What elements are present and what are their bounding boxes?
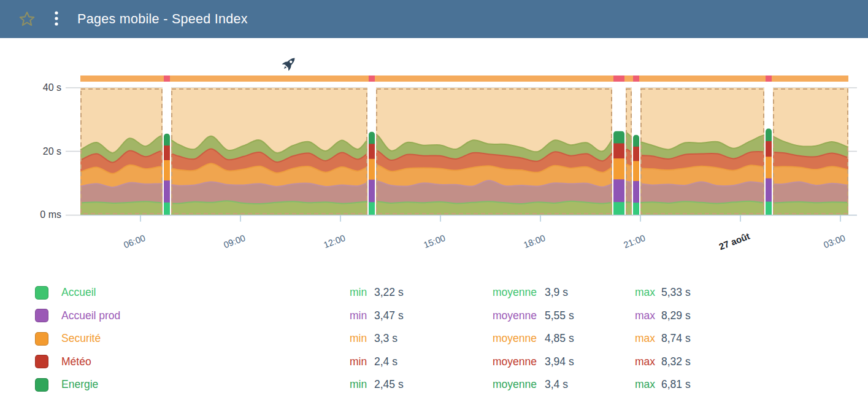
max-value: 8,29 s: [661, 309, 868, 322]
x-tick-label: 27 août: [717, 231, 751, 252]
incident-segment[interactable]: [766, 76, 772, 82]
menu-kebab-button[interactable]: [50, 10, 63, 28]
legend-swatch[interactable]: [35, 286, 48, 300]
legend-series-label[interactable]: Securité: [48, 332, 350, 345]
x-tick-label: 03:00: [822, 233, 847, 250]
stripe-segment-Accueil prod: [164, 180, 170, 203]
legend-series-label[interactable]: Energie: [48, 378, 350, 391]
min-value: 2,4 s: [374, 355, 493, 368]
legend-row-1: Accueilmin3,22 smoyenne3,9 smax5,33 s: [35, 281, 868, 304]
avg-value: 3,9 s: [545, 286, 635, 299]
max-label: max: [635, 309, 661, 322]
speed-index-chart: 40 s20 s0 ms06:0009:0012:0015:0018:0021:…: [0, 38, 868, 281]
x-tick-label: 21:00: [622, 233, 647, 250]
avg-label: moyenne: [493, 286, 545, 299]
min-label: min: [350, 286, 374, 299]
panel-header: Pages mobile - Speed Index: [0, 0, 868, 38]
y-tick-label: 20 s: [43, 146, 61, 157]
status-timeline: [80, 76, 848, 82]
chart-area: 40 s20 s0 ms06:0009:0012:0015:0018:0021:…: [0, 38, 868, 281]
legend-row-4: Météomin2,4 smoyenne3,94 smax8,32 s: [35, 351, 868, 374]
max-value: 6,81 s: [661, 378, 868, 391]
avg-value: 4,85 s: [545, 332, 635, 345]
stripe-segment-Accueil: [369, 201, 375, 215]
legend-swatch[interactable]: [35, 332, 48, 346]
incident-stripe: [613, 131, 624, 215]
legend-row-5: Energiemin2,45 smoyenne3,4 smax6,81 s: [35, 373, 868, 397]
stripe-segment-Météo: [613, 143, 624, 159]
incident-segment[interactable]: [613, 76, 624, 82]
min-value: 3,22 s: [374, 286, 493, 299]
max-label: max: [635, 286, 661, 299]
stripe-segment-Accueil prod: [613, 179, 624, 202]
stripe-segment-Securité: [633, 160, 639, 181]
stripe-segment-Météo: [633, 146, 639, 161]
stripe-segment-Accueil: [633, 202, 639, 215]
min-value: 3,3 s: [374, 332, 493, 345]
avg-value: 3,94 s: [545, 355, 635, 368]
x-tick-label: 09:00: [222, 233, 247, 250]
max-label: max: [635, 355, 661, 368]
stripe-segment-Energie: [369, 131, 375, 144]
stripe-segment-Energie: [164, 134, 170, 146]
legend-row-3: Securitémin3,3 smoyenne4,85 smax8,74 s: [35, 327, 868, 351]
stripe-segment-Météo: [766, 141, 772, 157]
stripe-segment-Securité: [766, 156, 772, 178]
x-tick-label: 12:00: [322, 233, 347, 250]
min-value: 2,45 s: [374, 378, 493, 391]
legend-series-label[interactable]: Accueil: [48, 286, 350, 299]
page-title: Pages mobile - Speed Index: [77, 12, 248, 27]
avg-label: moyenne: [493, 309, 545, 322]
x-tick-label: 15:00: [422, 233, 447, 250]
stripe-segment-Accueil: [613, 201, 624, 215]
legend-swatch[interactable]: [35, 355, 48, 368]
stripe-segment-Accueil prod: [766, 177, 772, 201]
min-label: min: [350, 332, 374, 345]
legend-series-label[interactable]: Météo: [48, 355, 350, 368]
legend-row-2: Accueil prodmin3,47 smoyenne5,55 smax8,2…: [35, 304, 868, 328]
stripe-segment-Securité: [369, 158, 375, 180]
max-label: max: [635, 378, 661, 391]
favorite-star-button[interactable]: [18, 10, 36, 28]
incident-segment[interactable]: [633, 76, 639, 82]
min-label: min: [350, 309, 374, 322]
stripe-segment-Accueil prod: [633, 180, 639, 203]
max-value: 8,32 s: [661, 355, 868, 368]
avg-value: 3,4 s: [545, 378, 635, 391]
max-value: 8,74 s: [661, 332, 868, 345]
incident-stripe: [164, 134, 170, 215]
stripe-segment-Météo: [164, 145, 170, 160]
x-tick-label: 18:00: [522, 233, 547, 250]
legend-swatch[interactable]: [35, 378, 48, 392]
legend-series-label[interactable]: Accueil prod: [48, 309, 350, 322]
max-label: max: [635, 332, 661, 345]
stripe-segment-Securité: [613, 158, 624, 179]
min-label: min: [350, 355, 374, 368]
avg-label: moyenne: [493, 332, 545, 345]
stripe-segment-Energie: [766, 128, 772, 141]
stripe-segment-Accueil: [164, 202, 170, 215]
incident-stripe: [369, 131, 375, 215]
stripe-segment-Energie: [633, 135, 639, 147]
stripe-segment-Accueil: [766, 201, 772, 215]
rocket-icon: [281, 55, 298, 72]
y-tick-label: 0 ms: [40, 209, 61, 220]
kebab-vertical-icon: [54, 10, 59, 28]
stripe-segment-Accueil prod: [369, 179, 375, 203]
avg-label: moyenne: [493, 378, 545, 391]
incident-stripe: [766, 128, 772, 215]
y-tick-label: 40 s: [43, 82, 61, 93]
avg-label: moyenne: [493, 355, 545, 368]
stripe-segment-Météo: [369, 143, 375, 158]
incident-segment[interactable]: [164, 76, 170, 82]
incident-stripe: [633, 135, 639, 215]
legend-swatch[interactable]: [35, 309, 48, 322]
legend-table: Accueilmin3,22 smoyenne3,9 smax5,33 sAcc…: [0, 281, 868, 397]
avg-value: 5,55 s: [545, 309, 635, 322]
min-label: min: [350, 378, 374, 391]
star-icon: [18, 10, 36, 28]
incident-segment[interactable]: [369, 76, 375, 82]
min-value: 3,47 s: [374, 309, 493, 322]
stripe-segment-Energie: [613, 131, 624, 143]
stripe-segment-Securité: [164, 160, 170, 180]
